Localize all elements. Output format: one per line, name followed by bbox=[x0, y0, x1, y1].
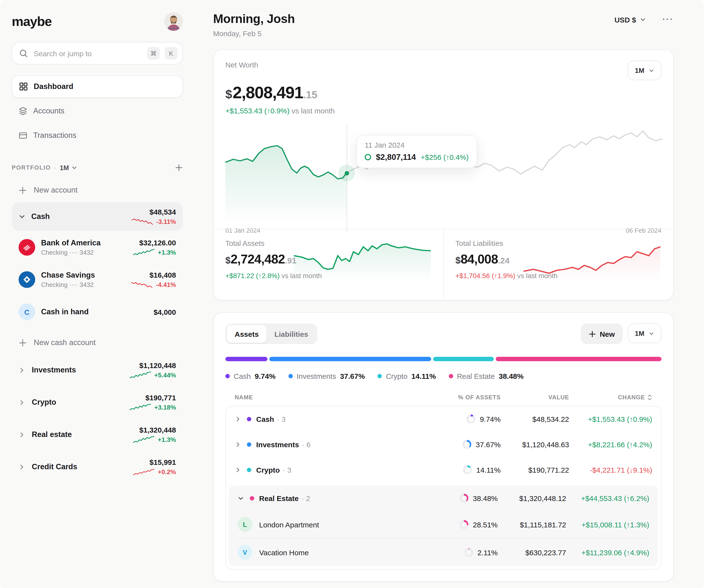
currency-symbol: $ bbox=[225, 87, 232, 101]
chevron-right-icon[interactable] bbox=[18, 464, 25, 470]
category-dot bbox=[247, 468, 251, 472]
liabilities-mini-chart bbox=[524, 241, 660, 281]
net-worth-chart[interactable]: 11 Jan 2024 $2,807,114 +$256 (↑0.4%) bbox=[225, 124, 661, 224]
plus-icon bbox=[18, 186, 27, 194]
row-pct: 37.67% bbox=[476, 440, 501, 449]
group-change: -3.11% bbox=[156, 218, 176, 225]
chevron-right-icon[interactable] bbox=[235, 416, 241, 422]
table-row-cash[interactable]: Cash · 3 9.74% $48,534.22 +$1,553.43 (↑0… bbox=[226, 406, 661, 431]
row-pct: 38.48% bbox=[473, 494, 498, 502]
add-portfolio-icon[interactable] bbox=[175, 164, 183, 172]
search-icon bbox=[19, 49, 28, 58]
group-change: +5.44% bbox=[154, 371, 176, 378]
sidebar-group-credit-cards[interactable]: Credit Cards $15,991 +0.2% bbox=[12, 452, 183, 482]
pct-ring bbox=[467, 414, 475, 423]
portfolio-range[interactable]: 1M bbox=[60, 164, 69, 171]
legend-dot bbox=[449, 374, 453, 378]
chase-icon bbox=[18, 271, 35, 288]
account-name: Chase Savings bbox=[41, 271, 95, 280]
group-name: Investments bbox=[32, 366, 76, 374]
chevron-right-icon[interactable] bbox=[18, 431, 25, 438]
row-pct: 2.11% bbox=[477, 548, 498, 556]
table-row-investments[interactable]: Investments · 6 37.67% $1,120,448.63 +$8… bbox=[226, 431, 661, 457]
account-row-chase-savings[interactable]: Chase Savings Checking ···· 3432 $16,408… bbox=[12, 264, 183, 295]
new-label: New bbox=[600, 330, 615, 338]
search-box[interactable]: ⌘ K bbox=[12, 42, 183, 64]
pct-ring bbox=[463, 440, 471, 449]
currency-selector[interactable]: USD $ bbox=[614, 15, 646, 24]
allocation-segment-real-estate bbox=[496, 357, 661, 361]
sidebar-group-cash[interactable]: Cash $48,534 -3.11% bbox=[12, 202, 183, 231]
app-logo: maybe bbox=[12, 14, 52, 29]
avatar[interactable] bbox=[164, 12, 183, 31]
primary-nav: Dashboard Accounts Transactions bbox=[12, 75, 183, 146]
tab-assets[interactable]: Assets bbox=[227, 325, 267, 343]
row-value: $48,534.22 bbox=[501, 415, 569, 423]
group-value: $1,120,448 bbox=[139, 361, 176, 369]
account-change: -4.41% bbox=[156, 281, 176, 288]
chevron-down-icon bbox=[649, 68, 654, 73]
net-worth-label: Net Worth bbox=[225, 61, 258, 69]
nav-item-transactions[interactable]: Transactions bbox=[12, 124, 183, 146]
table-row-london-apartment[interactable]: L London Apartment 28.51% $1,115,181.72 … bbox=[229, 511, 658, 538]
credit-card-icon bbox=[18, 131, 27, 140]
more-menu-button[interactable]: ··· bbox=[662, 15, 674, 24]
new-account-button[interactable]: New account bbox=[12, 180, 183, 200]
chevron-down-icon[interactable] bbox=[238, 495, 244, 501]
chevron-down-icon[interactable] bbox=[71, 165, 77, 171]
nav-item-dashboard[interactable]: Dashboard bbox=[12, 75, 183, 98]
group-name: Crypto bbox=[32, 398, 56, 407]
chevron-right-icon[interactable] bbox=[18, 399, 25, 405]
row-change: +$15,008.11 (↑1.3%) bbox=[566, 520, 649, 529]
sidebar-group-real-estate[interactable]: Real estate $1,320,448 +1.3% bbox=[12, 419, 183, 450]
group-value: $190,771 bbox=[145, 394, 176, 402]
row-count: · 6 bbox=[302, 440, 310, 449]
chevron-right-icon[interactable] bbox=[235, 441, 241, 448]
group-change: +3.18% bbox=[154, 404, 176, 411]
separator-dot: · bbox=[54, 164, 56, 171]
sparkline-up-icon bbox=[133, 248, 155, 256]
new-cash-account-button[interactable]: New cash account bbox=[12, 332, 183, 353]
chevron-right-icon[interactable] bbox=[235, 467, 241, 473]
sidebar-group-investments[interactable]: Investments $1,120,448 +5.44% bbox=[12, 355, 183, 385]
new-asset-button[interactable]: New bbox=[581, 324, 623, 344]
account-row-bank-of-america[interactable]: Bank of America Checking ···· 3432 $32,1… bbox=[12, 232, 183, 263]
k-key-badge: K bbox=[165, 47, 177, 60]
account-row-cash-in-hand[interactable]: C Cash in hand $4,000 bbox=[12, 296, 183, 328]
assets-mini-chart bbox=[294, 241, 430, 281]
legend-pct: 38.48% bbox=[499, 372, 524, 380]
table-row-vacation-home[interactable]: V Vacation Home 2.11% $630,223.77 +$11,2… bbox=[229, 539, 658, 566]
account-name: Cash in hand bbox=[41, 307, 89, 316]
chevron-down-icon[interactable] bbox=[18, 213, 25, 220]
pct-ring bbox=[464, 548, 473, 557]
group-name: Cash bbox=[31, 212, 50, 221]
table-row-crypto[interactable]: Crypto · 3 14.11% $190,771.22 -$4,221.71… bbox=[226, 457, 661, 482]
table-row-real-estate[interactable]: Real Estate · 2 38.48% $1,320,448.12 +$4… bbox=[229, 485, 658, 511]
nav-item-accounts[interactable]: Accounts bbox=[12, 100, 183, 122]
plus-icon bbox=[588, 330, 596, 338]
cmd-key-badge: ⌘ bbox=[147, 47, 160, 60]
group-change: +1.3% bbox=[158, 436, 176, 443]
net-worth-range-select[interactable]: 1M bbox=[628, 61, 661, 80]
tab-liabilities[interactable]: Liabilities bbox=[267, 325, 316, 343]
sparkline-down-icon bbox=[131, 218, 153, 225]
sidebar-group-crypto[interactable]: Crypto $190,771 +3.18% bbox=[12, 387, 183, 417]
search-input[interactable] bbox=[33, 49, 142, 58]
plus-icon bbox=[18, 339, 27, 347]
col-change-sort[interactable]: CHANGE bbox=[569, 394, 652, 401]
net-worth-card: Net Worth 1M $ 2,808,491 .15 +$1,553.43 … bbox=[213, 49, 674, 301]
chevron-right-icon[interactable] bbox=[18, 367, 25, 373]
property-initial: L bbox=[243, 521, 247, 528]
portfolio-header: PORTFOLIO · 1M bbox=[12, 160, 183, 175]
legend-name: Cash bbox=[234, 372, 251, 380]
row-pct: 9.74% bbox=[480, 415, 501, 423]
group-value: $1,320,448 bbox=[139, 426, 176, 434]
group-name: Credit Cards bbox=[32, 462, 77, 471]
nav-label: Transactions bbox=[33, 131, 76, 140]
property-avatar: V bbox=[238, 545, 252, 560]
currency-symbol: $ bbox=[455, 255, 461, 266]
legend-dot bbox=[378, 374, 382, 378]
assets-range-select[interactable]: 1M bbox=[628, 324, 661, 343]
account-value: $32,126.00 bbox=[139, 239, 176, 247]
col-pct: % OF ASSETS bbox=[429, 394, 501, 401]
